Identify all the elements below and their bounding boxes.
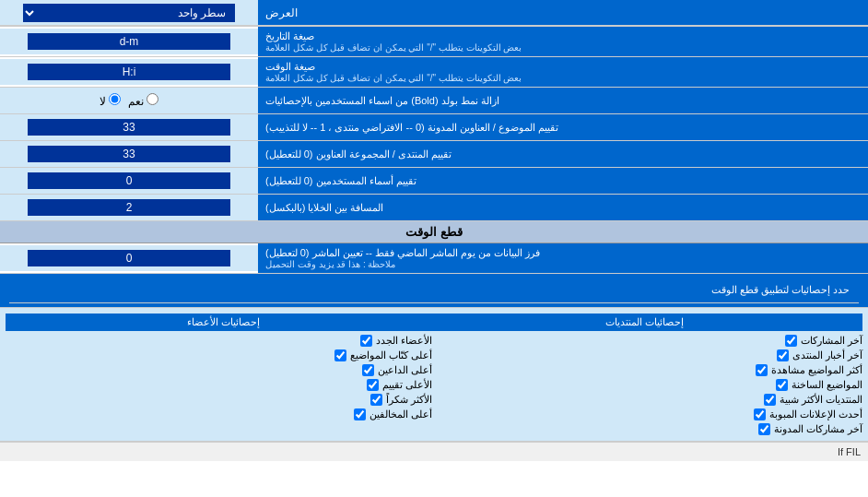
- col1-title: إحصائيات المنتديات: [434, 316, 855, 328]
- date-format-input-wrapper: d-m: [0, 29, 258, 54]
- checkbox-new-members[interactable]: [360, 335, 372, 347]
- time-format-input[interactable]: H:i: [28, 64, 230, 80]
- remove-bold-row: ازالة نمط بولد (Bold) من اسماء المستخدمي…: [0, 88, 868, 114]
- forum-order-input[interactable]: 33: [28, 146, 230, 162]
- users-order-input[interactable]: 0: [28, 172, 230, 189]
- cutoff-input-wrapper: 0: [0, 245, 258, 271]
- list-item: أكثر المواضيع مشاهدة: [436, 364, 862, 376]
- topics-order-label: تقييم الموضوع / العناوين المدونة (0 -- ا…: [258, 114, 868, 140]
- checkbox-col-2: الأعضاء الجدد أعلى كتّاب المواضيع أعلى ا…: [6, 335, 432, 435]
- list-item: الأكثر شكراً: [6, 394, 432, 406]
- checkbox-hot-topics[interactable]: [776, 379, 788, 391]
- users-order-label: تقييم أسماء المستخدمين (0 للتعطيل): [258, 168, 868, 194]
- topics-order-row: تقييم الموضوع / العناوين المدونة (0 -- ا…: [0, 114, 868, 141]
- checkbox-posts[interactable]: [785, 335, 797, 347]
- forum-order-row: تقييم المنتدى / المجموعة العناوين (0 للت…: [0, 141, 868, 168]
- checkbox-top-posters[interactable]: [362, 364, 374, 376]
- date-format-input[interactable]: d-m: [28, 33, 230, 50]
- checkbox-most-viewed[interactable]: [756, 364, 768, 376]
- list-item: الأعضاء الجدد: [6, 335, 432, 347]
- apply-stats-label: حدد إحصائيات لتطبيق قطع الوقت: [267, 278, 859, 303]
- date-format-label: صيغة التاريخ بعض التكوينات يتطلب "/" الت…: [258, 27, 868, 56]
- forum-order-input-wrapper: 33: [0, 141, 258, 167]
- apply-stats-input-part: [9, 278, 267, 303]
- date-format-row: صيغة التاريخ بعض التكوينات يتطلب "/" الت…: [0, 27, 868, 57]
- checkbox-popular-forums[interactable]: [764, 394, 776, 406]
- spacing-input[interactable]: 2: [28, 199, 230, 216]
- list-item: أعلى المخالفين: [6, 408, 432, 420]
- list-item: الأعلى تقييم: [6, 379, 432, 391]
- users-order-row: تقييم أسماء المستخدمين (0 للتعطيل) 0: [0, 168, 868, 195]
- spacing-row: المسافة بين الخلايا (بالبكسل) 2: [0, 195, 868, 221]
- time-format-row: صيغة الوقت بعض التكوينات يتطلب "/" التي …: [0, 57, 868, 88]
- remove-bold-input-wrapper: نعم لا: [0, 88, 258, 113]
- cutoff-row: فرز البيانات من يوم الماشر الماضي فقط --…: [0, 243, 868, 274]
- checkboxes-section: إحصائيات المنتديات إحصائيات الأعضاء آخر …: [0, 308, 868, 442]
- checkboxes-grid: آخر المشاركات آخر أخبار المنتدى أكثر الم…: [6, 335, 862, 435]
- list-item: آخر مشاركات المدونة: [436, 423, 862, 435]
- cutoff-section-header: قطع الوقت: [0, 221, 868, 243]
- radio-no[interactable]: [109, 93, 121, 105]
- display-select-wrapper: سطر واحد سطران: [0, 0, 258, 26]
- checkbox-news[interactable]: [777, 349, 789, 361]
- checkbox-top-rated[interactable]: [367, 379, 379, 391]
- radio-no-label: لا: [100, 93, 121, 108]
- cutoff-input[interactable]: 0: [28, 250, 230, 266]
- topics-order-input[interactable]: 33: [28, 119, 230, 136]
- time-format-label: صيغة الوقت بعض التكوينات يتطلب "/" التي …: [258, 57, 868, 87]
- list-item: المواضيع الساخنة: [436, 379, 862, 391]
- checkbox-classifieds[interactable]: [754, 408, 766, 420]
- time-format-input-wrapper: H:i: [0, 59, 258, 85]
- checkbox-top-authors[interactable]: [334, 349, 346, 361]
- list-item: آخر أخبار المنتدى: [436, 349, 862, 361]
- checkbox-most-thanks[interactable]: [370, 394, 382, 406]
- apply-stats-row: حدد إحصائيات لتطبيق قطع الوقت: [0, 274, 868, 308]
- radio-yes[interactable]: [147, 93, 158, 105]
- radio-yes-label: نعم: [128, 93, 158, 108]
- display-label: العرض: [258, 0, 868, 26]
- remove-bold-label: ازالة نمط بولد (Bold) من اسماء المستخدمي…: [258, 88, 868, 113]
- list-item: المنتديات الأكثر شبية: [436, 394, 862, 406]
- checkbox-blog-posts[interactable]: [758, 423, 770, 435]
- spacing-input-wrapper: 2: [0, 195, 258, 220]
- display-row: العرض سطر واحد سطران: [0, 0, 868, 27]
- spacing-label: المسافة بين الخلايا (بالبكسل): [258, 195, 868, 220]
- forum-order-label: تقييم المنتدى / المجموعة العناوين (0 للت…: [258, 141, 868, 167]
- list-item: آخر المشاركات: [436, 335, 862, 347]
- list-item: أعلى الداعين: [6, 364, 432, 376]
- list-item: أعلى كتّاب المواضيع: [6, 349, 432, 361]
- list-item: أحدث الإعلانات المبوبة: [436, 408, 862, 420]
- cutoff-label: فرز البيانات من يوم الماشر الماضي فقط --…: [258, 243, 868, 273]
- users-order-input-wrapper: 0: [0, 168, 258, 194]
- checkbox-col-1: آخر المشاركات آخر أخبار المنتدى أكثر الم…: [436, 335, 862, 435]
- topics-order-input-wrapper: 33: [0, 114, 258, 140]
- checkbox-top-violations[interactable]: [354, 408, 366, 420]
- bottom-text: If FIL: [0, 442, 868, 461]
- display-select[interactable]: سطر واحد سطران: [23, 4, 235, 22]
- col2-title: إحصائيات الأعضاء: [13, 316, 434, 328]
